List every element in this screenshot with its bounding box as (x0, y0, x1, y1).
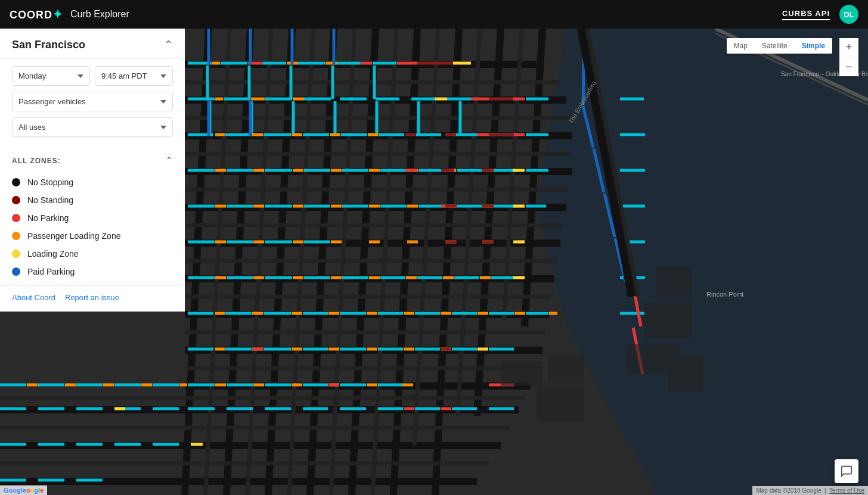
google-logo: Google (4, 487, 26, 494)
no-stopping-label: No Stopping (27, 178, 73, 187)
zoom-in-button[interactable]: + (839, 38, 858, 57)
svg-rect-306 (644, 303, 692, 338)
nav-right: CURBS API DL (782, 5, 858, 24)
day-time-row: Monday 9:45 am PDT (12, 66, 173, 86)
zones-list: No Stopping No Standing No Parking Passe… (12, 173, 173, 281)
logo-text: COORD✦ (10, 7, 63, 21)
time-selector[interactable]: 9:45 am PDT (95, 66, 173, 86)
logo-brand: COORD (10, 9, 52, 21)
svg-rect-311 (501, 362, 542, 386)
zones-title: ALL ZONES: (12, 157, 61, 165)
paid-parking-label: Paid Parking (27, 267, 75, 276)
logo-icon: ✦ (52, 8, 63, 21)
filter-section: Monday 9:45 am PDT Passenger vehicles Al… (0, 59, 185, 150)
map-type-satellite-button[interactable]: Satellite (755, 38, 795, 54)
day-selector[interactable]: Monday (12, 66, 90, 86)
zone-item-no-stopping: No Stopping (12, 173, 173, 191)
zone-item-no-parking: No Parking (12, 209, 173, 227)
curbs-api-link[interactable]: CURBS API (782, 9, 830, 20)
zone-item-paid-parking: Paid Parking (12, 263, 173, 281)
sidebar-footer: About Coord Report an issue (0, 285, 185, 302)
user-avatar[interactable]: DL (839, 5, 858, 24)
loading-zone-label: Loading Zone (27, 249, 79, 259)
zones-header: ALL ZONES: ⌃ (12, 155, 173, 166)
terms-of-use-link[interactable]: Terms of Use (829, 487, 864, 494)
city-name: San Francisco (12, 39, 85, 51)
map-data-text: Map data ©2018 Google (756, 487, 821, 494)
zoom-out-button[interactable]: − (839, 57, 858, 76)
zoom-control: + − (839, 38, 858, 76)
app-title: Curb Explorer (70, 9, 129, 20)
google-attribution: Googleoogle (0, 485, 47, 495)
map-type-control: Map Satellite Simple (727, 38, 832, 54)
no-parking-label: No Parking (27, 213, 69, 223)
sidebar-panel: San Francisco ⌃ Monday 9:45 am PDT Passe… (0, 29, 185, 312)
passenger-loading-dot (12, 232, 20, 240)
svg-rect-308 (668, 356, 703, 392)
no-standing-label: No Standing (27, 195, 73, 205)
report-issue-link[interactable]: Report an issue (65, 293, 119, 302)
top-navigation: COORD✦ Curb Explorer CURBS API DL (0, 0, 868, 29)
svg-text:Rincon Point: Rincon Point (706, 291, 743, 298)
paid-parking-dot (12, 267, 20, 276)
vehicle-type-selector[interactable]: Passenger vehicles (12, 92, 173, 111)
sidebar-collapse-button[interactable]: ⌃ (164, 38, 173, 51)
no-standing-dot (12, 196, 20, 204)
zones-section: ALL ZONES: ⌃ No Stopping No Standing No … (0, 150, 185, 285)
zone-item-passenger-loading: Passenger Loading Zone (12, 227, 173, 245)
svg-rect-309 (537, 386, 584, 422)
loading-zone-dot (12, 250, 20, 258)
svg-rect-305 (656, 267, 692, 297)
map-type-map-button[interactable]: Map (727, 38, 755, 54)
logo-area: COORD✦ Curb Explorer (10, 7, 129, 21)
zones-collapse-button[interactable]: ⌃ (165, 155, 173, 166)
map-type-simple-button[interactable]: Simple (795, 38, 832, 54)
about-coord-link[interactable]: About Coord (12, 293, 55, 302)
zone-item-loading-zone: Loading Zone (12, 245, 173, 263)
no-parking-dot (12, 214, 20, 222)
chat-icon[interactable] (835, 459, 858, 483)
use-type-selector[interactable]: All uses (12, 117, 173, 137)
no-stopping-dot (12, 178, 20, 186)
map-data-attribution: Map data ©2018 Google | Terms of Use (752, 486, 868, 495)
svg-rect-310 (548, 356, 584, 383)
zone-item-no-standing: No Standing (12, 191, 173, 209)
sidebar-header: San Francisco ⌃ (0, 29, 185, 59)
passenger-loading-label: Passenger Loading Zone (27, 231, 120, 241)
